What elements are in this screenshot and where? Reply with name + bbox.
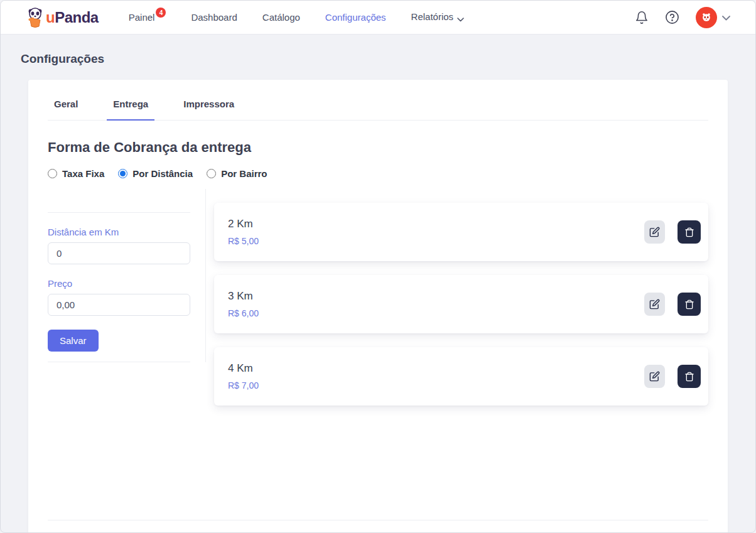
- help-icon[interactable]: [665, 10, 679, 24]
- trash-icon: [684, 372, 694, 382]
- settings-card: Geral Entrega Impressora Forma de Cobran…: [28, 80, 728, 532]
- price-field-label: Preço: [48, 278, 190, 289]
- add-distance-form: Distância em Km Preço Salvar: [48, 189, 206, 362]
- brand-logo[interactable]: uPanda: [26, 7, 99, 28]
- chevron-down-icon: [722, 12, 730, 23]
- notification-count-badge: 4: [156, 8, 166, 18]
- radio-option-taxa-fixa[interactable]: Taxa Fixa: [48, 168, 104, 179]
- avatar: [696, 7, 717, 28]
- edit-icon: [649, 227, 660, 237]
- fee-card: 2 Km R$ 5,00: [214, 203, 708, 261]
- divider: [48, 362, 190, 362]
- distance-fee-list: 2 Km R$ 5,00: [206, 189, 708, 406]
- edit-button[interactable]: [644, 293, 665, 316]
- fee-price: R$ 6,00: [228, 308, 259, 318]
- nav-item-relatorios[interactable]: Relatórios: [411, 11, 465, 24]
- radio-option-por-distancia[interactable]: Por Distância: [118, 168, 193, 179]
- save-button[interactable]: Salvar: [48, 330, 99, 352]
- main-nav: Painel 4 Dashboard Catálogo Configuraçõe…: [129, 11, 635, 24]
- radio-input[interactable]: [118, 169, 127, 178]
- chevron-down-icon: [457, 13, 464, 24]
- nav-item-painel[interactable]: Painel 4: [129, 12, 166, 23]
- trash-icon: [684, 227, 694, 237]
- brand-name: uPanda: [46, 9, 99, 26]
- distance-field-label: Distância em Km: [48, 227, 190, 237]
- fee-distance: 4 Km: [228, 362, 259, 375]
- bell-icon[interactable]: [635, 11, 649, 24]
- divider: [48, 520, 708, 520]
- edit-button[interactable]: [644, 220, 665, 244]
- distance-settings: Distância em Km Preço Salvar 2 Km R$ 5,0…: [48, 189, 708, 504]
- section-heading: Forma de Cobrança da entrega: [48, 139, 708, 156]
- tab-geral[interactable]: Geral: [48, 99, 84, 121]
- navbar: uPanda Painel 4 Dashboard Catálogo Confi…: [1, 1, 755, 35]
- fee-price: R$ 7,00: [228, 380, 259, 390]
- panda-mascot-icon: [26, 7, 45, 28]
- navbar-actions: [635, 7, 730, 28]
- settings-tabs: Geral Entrega Impressora: [48, 80, 708, 121]
- delete-button[interactable]: [678, 220, 701, 244]
- edit-icon: [649, 371, 660, 382]
- edit-icon: [649, 299, 660, 310]
- nav-item-configuracoes[interactable]: Configurações: [325, 12, 386, 23]
- nav-item-catalogo[interactable]: Catálogo: [262, 12, 300, 23]
- delete-button[interactable]: [678, 293, 701, 316]
- edit-button[interactable]: [644, 365, 665, 388]
- fee-distance: 2 Km: [228, 218, 259, 230]
- radio-input[interactable]: [48, 169, 57, 178]
- price-input[interactable]: [48, 294, 190, 316]
- divider: [48, 212, 190, 213]
- radio-input[interactable]: [207, 169, 216, 178]
- fee-card: 4 Km R$ 7,00: [214, 347, 708, 406]
- fee-price: R$ 5,00: [228, 236, 259, 246]
- delete-button[interactable]: [678, 365, 701, 388]
- page-title: Configurações: [1, 35, 755, 80]
- radio-option-por-bairro[interactable]: Por Bairro: [207, 168, 267, 179]
- trash-icon: [684, 299, 694, 310]
- charge-type-radio-group: Taxa Fixa Por Distância Por Bairro: [48, 168, 708, 179]
- fee-card: 3 Km R$ 6,00: [214, 275, 708, 333]
- distance-input[interactable]: [48, 242, 190, 264]
- tab-impressora[interactable]: Impressora: [177, 99, 240, 121]
- fee-distance: 3 Km: [228, 290, 259, 303]
- tab-entrega[interactable]: Entrega: [107, 99, 154, 121]
- nav-item-dashboard[interactable]: Dashboard: [191, 12, 237, 23]
- app-window: uPanda Painel 4 Dashboard Catálogo Confi…: [0, 0, 756, 533]
- user-menu[interactable]: [696, 7, 730, 28]
